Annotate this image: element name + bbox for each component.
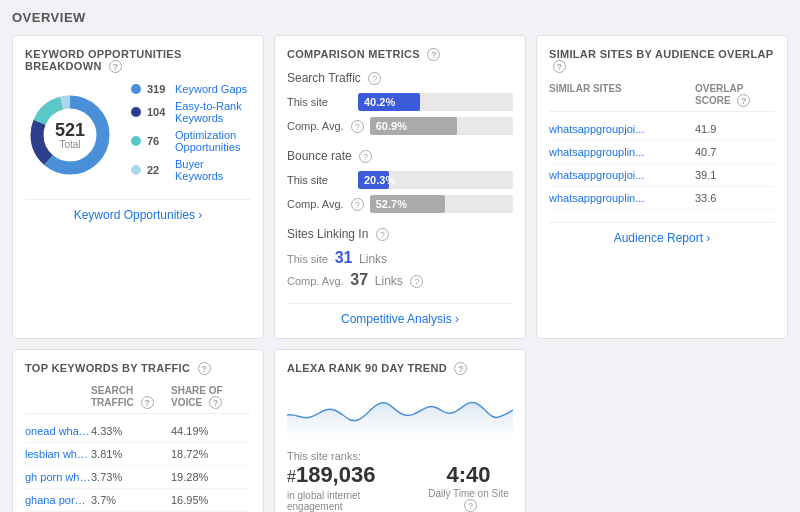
top-keywords-card: TOP KEYWORDS BY TRAFFIC ? Search Traffic… (12, 349, 264, 512)
this-site-traffic-bar-bg: 40.2% (358, 93, 513, 111)
audience-report-link[interactable]: Audience Report › (549, 222, 775, 245)
comp-avg-bounce-help[interactable]: ? (351, 198, 364, 211)
keyword-opportunities-link[interactable]: Keyword Opportunities › (25, 199, 251, 222)
this-site-links: This site 31 Links (287, 249, 513, 267)
similar-site-link-0[interactable]: whatsappgroupjoi... (549, 123, 695, 135)
legend-link-0[interactable]: Keyword Gaps (175, 83, 247, 95)
similar-sites-col1: Similar sites (549, 83, 695, 107)
legend-dot-3 (131, 165, 141, 175)
legend-count-1: 104 (147, 106, 171, 118)
sites-linking-section: Sites Linking In ? This site 31 Links Co… (287, 227, 513, 289)
alexa-rank-label: in global internet engagement (287, 490, 404, 512)
voice-0: 44.19% (171, 425, 251, 437)
bounce-help-icon[interactable]: ? (359, 150, 372, 163)
similar-sites-card: SIMILAR SITES BY AUDIENCE OVERLAP ? Simi… (536, 35, 788, 339)
keyword-content: 521 Total 319 Keyword Gaps 104 Easy-to-R… (25, 83, 251, 187)
comp-avg-links: Comp. Avg. 37 Links ? (287, 271, 513, 289)
overview-page: OVERVIEW KEYWORD OPPORTUNITIES BREAKDOWN… (0, 0, 800, 512)
voice-col-header: Share of Voice ? (171, 385, 251, 409)
keyword-opportunities-card: KEYWORD OPPORTUNITIES BREAKDOWN ? 521 To… (12, 35, 264, 339)
legend-link-3[interactable]: Buyer Keywords (175, 158, 251, 182)
similar-site-link-1[interactable]: whatsappgrouplin... (549, 146, 695, 158)
competitive-analysis-link[interactable]: Competitive Analysis › (287, 303, 513, 326)
donut-center: 521 Total (55, 121, 85, 150)
legend-link-1[interactable]: Easy-to-Rank Keywords (175, 100, 251, 124)
similar-site-link-2[interactable]: whatsappgroupjoi... (549, 169, 695, 181)
comp-links-help[interactable]: ? (410, 275, 423, 288)
this-site-bounce-bar: 20.3% (358, 171, 389, 189)
comp-avg-traffic-help[interactable]: ? (351, 120, 364, 133)
top-kw-help[interactable]: ? (198, 362, 211, 375)
overlap-score-2: 39.1 (695, 169, 775, 181)
this-site-traffic-bar: 40.2% (358, 93, 420, 111)
this-links-label: Links (359, 252, 387, 266)
alexa-help-icon[interactable]: ? (454, 362, 467, 375)
comp-avg-bounce-bar-bg: 52.7% (370, 195, 513, 213)
alexa-time-block: 4:40 Daily Time on Site ? (424, 462, 513, 512)
legend-count-0: 319 (147, 83, 171, 95)
table-row: lesbian whatsapp group 3.81% 18.72% (25, 443, 251, 466)
comp-avg-traffic-bar-bg: 60.9% (370, 117, 513, 135)
comp-avg-links-number: 37 (350, 271, 368, 288)
top-kw-header: Search Traffic ? Share of Voice ? (25, 385, 251, 414)
legend-item-1: 104 Easy-to-Rank Keywords (131, 100, 251, 124)
traffic-3: 3.7% (91, 494, 171, 506)
overlap-score-0: 41.9 (695, 123, 775, 135)
similar-row-0: whatsappgroupjoi... 41.9 (549, 118, 775, 141)
table-row: gh porn whatsapp group lin... 3.73% 19.2… (25, 466, 251, 489)
comparison-metrics-card: COMPARISON METRICS ? Search Traffic ? Th… (274, 35, 526, 339)
this-site-traffic-row: This site 40.2% (287, 93, 513, 111)
this-site-bounce-bar-bg: 20.3% (358, 171, 513, 189)
similar-sites-title: SIMILAR SITES BY AUDIENCE OVERLAP ? (549, 48, 775, 73)
alexa-rank-block: This site ranks: #189,036 in global inte… (287, 450, 404, 512)
donut-total: 521 (55, 121, 85, 139)
alexa-chart (287, 385, 513, 440)
voice-help[interactable]: ? (209, 396, 222, 409)
table-row: ghana porn whatsapp groups 3.7% 16.95% (25, 489, 251, 512)
comp-avg-bounce-bar: 52.7% (370, 195, 446, 213)
sites-linking-help[interactable]: ? (376, 228, 389, 241)
legend-dot-2 (131, 136, 141, 146)
this-site-bounce-label: This site (287, 174, 352, 186)
overlap-help-icon[interactable]: ? (737, 94, 750, 107)
similar-sites-header: Similar sites Overlap score ? (549, 83, 775, 112)
overlap-score-3: 33.6 (695, 192, 775, 204)
alexa-rank-number: 189,036 (296, 462, 376, 487)
legend-count-3: 22 (147, 164, 171, 176)
kw-1: lesbian whatsapp group (25, 448, 91, 460)
time-help-icon[interactable]: ? (464, 499, 477, 512)
similar-row-3: whatsappgrouplin... 33.6 (549, 187, 775, 210)
donut-chart: 521 Total (25, 90, 115, 180)
table-row: onead whatsapp group link 4.33% 44.19% (25, 420, 251, 443)
comparison-card-title: COMPARISON METRICS ? (287, 48, 513, 61)
search-traffic-section: Search Traffic ? This site 40.2% Comp. A… (287, 71, 513, 135)
alexa-rank-prefix: This site ranks: (287, 450, 404, 462)
alexa-rank-card: ALEXA RANK 90 DAY TREND ? (274, 349, 526, 512)
legend-item-3: 22 Buyer Keywords (131, 158, 251, 182)
comparison-help-icon[interactable]: ? (427, 48, 440, 61)
keyword-legend: 319 Keyword Gaps 104 Easy-to-Rank Keywor… (131, 83, 251, 187)
similar-sites-help[interactable]: ? (553, 60, 566, 73)
legend-count-2: 76 (147, 135, 171, 147)
similar-sites-col2: Overlap score ? (695, 83, 775, 107)
kw-2: gh porn whatsapp group lin... (25, 471, 91, 483)
comp-avg-traffic-label: Comp. Avg. ? (287, 120, 364, 133)
top-keywords-title: TOP KEYWORDS BY TRAFFIC ? (25, 362, 251, 375)
traffic-help[interactable]: ? (141, 396, 154, 409)
this-site-traffic-label: This site (287, 96, 352, 108)
search-traffic-help-icon[interactable]: ? (368, 72, 381, 85)
similar-site-link-3[interactable]: whatsappgrouplin... (549, 192, 695, 204)
donut-label: Total (55, 139, 85, 150)
kw-3: ghana porn whatsapp groups (25, 494, 91, 506)
this-site-links-number: 31 (335, 249, 353, 266)
voice-1: 18.72% (171, 448, 251, 460)
legend-dot-1 (131, 107, 141, 117)
voice-3: 16.95% (171, 494, 251, 506)
keyword-help-icon[interactable]: ? (109, 60, 122, 73)
alexa-time-label: Daily Time on Site ? (424, 488, 513, 512)
similar-row-2: whatsappgroupjoi... 39.1 (549, 164, 775, 187)
alexa-stats: This site ranks: #189,036 in global inte… (287, 450, 513, 512)
alexa-card-title: ALEXA RANK 90 DAY TREND ? (287, 362, 513, 375)
legend-link-2[interactable]: Optimization Opportunities (175, 129, 251, 153)
alexa-time: 4:40 (424, 462, 513, 488)
